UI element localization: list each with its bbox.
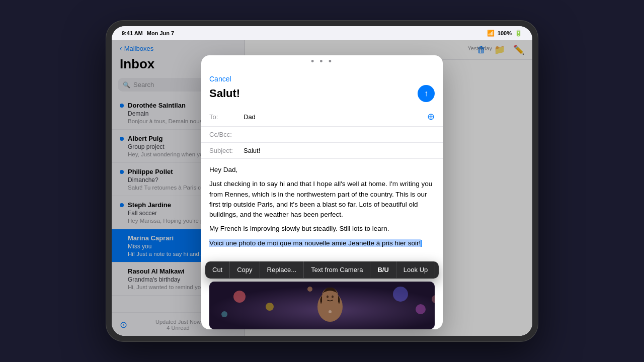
drag-handle: • • •	[201, 55, 443, 70]
text-from-camera-button[interactable]: Text from Camera	[304, 261, 370, 278]
svg-point-1	[233, 291, 246, 303]
svg-point-5	[221, 311, 227, 317]
body-paragraph-1: Just checking in to say hi and that I ho…	[209, 179, 435, 220]
ipad-screen: 9:41 AM Mon Jun 7 📶 100% 🔋 ‹ Mailboxes I…	[112, 26, 532, 336]
cut-button[interactable]: Cut	[205, 261, 230, 278]
compose-modal: • • • Cancel Salut! ↑ To: Dad ⊕	[201, 55, 443, 329]
svg-point-6	[307, 287, 312, 292]
status-bar-left: 9:41 AM Mon Jun 7	[122, 30, 174, 36]
body-greeting: Hey Dad,	[209, 165, 435, 175]
status-date: Mon Jun 7	[147, 30, 174, 36]
ipad-device: 9:41 AM Mon Jun 7 📶 100% 🔋 ‹ Mailboxes I…	[106, 20, 538, 342]
wifi-icon: 📶	[487, 30, 495, 37]
compose-subject-field: Subject: Salut!	[201, 143, 443, 159]
compose-to-field: To: Dad ⊕	[201, 107, 443, 127]
bold-underline-button[interactable]: B/U	[370, 261, 396, 278]
cancel-button[interactable]: Cancel	[209, 75, 231, 83]
svg-point-3	[393, 287, 408, 302]
drag-dots: • • •	[311, 56, 333, 66]
svg-point-10	[327, 295, 329, 298]
selected-text-highlight: Voici une photo de moi que ma nouvelle a…	[209, 239, 421, 247]
svg-point-11	[332, 295, 334, 298]
compose-top-bar: Cancel	[201, 70, 443, 83]
text-cursor	[421, 240, 422, 247]
look-up-button[interactable]: Look Up	[396, 261, 435, 278]
context-menu-wrapper: Cut Copy Replace... Text from Camera B/U…	[201, 258, 443, 282]
body-paragraph-2: My French is improving slowly but steadi…	[209, 224, 435, 234]
cc-label: Cc/Bcc:	[209, 131, 239, 138]
to-label: To:	[209, 113, 239, 121]
status-bar: 9:41 AM Mon Jun 7 📶 100% 🔋	[112, 26, 532, 40]
copy-button[interactable]: Copy	[230, 261, 260, 278]
modal-overlay: • • • Cancel Salut! ↑ To: Dad ⊕	[112, 40, 532, 336]
battery-icon: 🔋	[515, 30, 522, 37]
compose-body[interactable]: Hey Dad, Just checking in to say hi and …	[201, 159, 443, 258]
battery-percentage: 100%	[498, 30, 512, 36]
compose-title-row: Salut! ↑	[201, 83, 443, 107]
add-recipient-icon[interactable]: ⊕	[427, 111, 435, 122]
svg-point-4	[416, 304, 426, 314]
subject-value[interactable]: Salut!	[244, 147, 435, 154]
to-value[interactable]: Dad	[244, 113, 427, 121]
replace-button[interactable]: Replace...	[260, 261, 304, 278]
subject-label: Subject:	[209, 147, 239, 154]
selected-sentence: Voici une photo de moi que ma nouvelle a…	[209, 238, 435, 248]
context-menu: Cut Copy Replace... Text from Camera B/U…	[205, 261, 439, 279]
main-area: ‹ Mailboxes Inbox 🔍 Search Dorothée Sain…	[112, 40, 532, 336]
compose-cc-field: Cc/Bcc:	[201, 127, 443, 143]
photo-attachment	[209, 282, 435, 329]
photo-background	[209, 282, 435, 329]
send-button[interactable]: ↑	[418, 85, 435, 102]
svg-point-12	[329, 310, 332, 313]
compose-title: Salut!	[209, 87, 240, 100]
translate-button[interactable]: Translate	[435, 261, 439, 278]
status-time: 9:41 AM	[122, 30, 143, 36]
status-bar-right: 📶 100% 🔋	[487, 30, 522, 37]
svg-point-2	[266, 303, 274, 311]
